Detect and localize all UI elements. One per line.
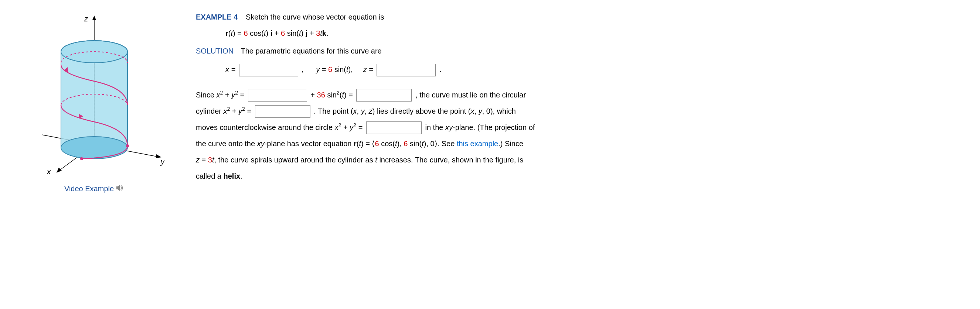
helix-figure: z y x: [24, 11, 164, 177]
video-example-label: Video Example: [64, 183, 114, 195]
speaker-icon: [116, 183, 124, 195]
video-example-link[interactable]: Video Example: [64, 183, 124, 195]
parametric-line: x = , y = 6 sin(t), z = .: [196, 63, 602, 76]
solution-intro: SOLUTION The parametric equations for th…: [196, 45, 602, 57]
content-column: EXAMPLE 4 Sketch the curve whose vector …: [196, 11, 602, 195]
this-example-link[interactable]: this example: [457, 139, 498, 148]
input-x[interactable]: [239, 64, 298, 76]
svg-rect-8: [61, 52, 127, 148]
svg-marker-6: [57, 168, 62, 173]
z-axis-label: z: [84, 15, 88, 23]
input-z[interactable]: [377, 64, 436, 76]
vector-equation: r(t) = 6 cos(t) i + 6 sin(t) j + 3tk.: [196, 27, 602, 39]
svg-point-16: [126, 144, 129, 147]
x-axis-label: x: [46, 168, 51, 176]
example-label: EXAMPLE 4: [196, 13, 238, 21]
solution-label: SOLUTION: [196, 47, 234, 55]
svg-point-9: [61, 136, 127, 159]
example-prompt: Sketch the curve whose vector equation i…: [246, 13, 384, 21]
input-cos-sq[interactable]: [248, 89, 307, 101]
figure-column: z y x Video Example: [15, 11, 174, 195]
svg-point-15: [80, 157, 83, 160]
input-sum[interactable]: [356, 89, 412, 101]
y-axis-label: y: [160, 158, 164, 166]
input-cyl[interactable]: [255, 105, 310, 118]
svg-marker-1: [92, 16, 96, 20]
svg-marker-17: [116, 185, 120, 191]
input-circle[interactable]: [366, 122, 422, 134]
example-heading: EXAMPLE 4 Sketch the curve whose vector …: [196, 11, 602, 23]
solution-body: Since x2 + y2 = + 36 sin2(t) = , the cur…: [196, 87, 602, 184]
